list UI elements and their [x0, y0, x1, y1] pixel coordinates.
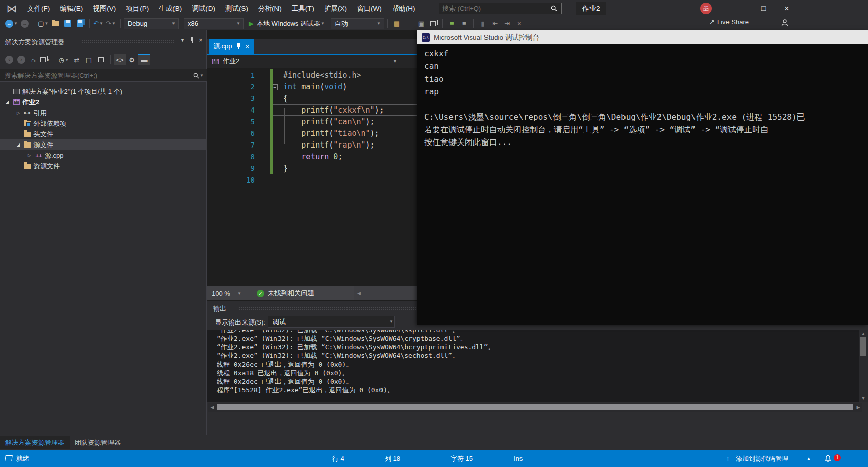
start-debugging-button[interactable]: ▶ 本地 Windows 调试器 ▼ — [249, 18, 326, 30]
underscore2-icon[interactable]: _ — [526, 18, 538, 29]
tree-item[interactable]: ◢作业2 — [0, 97, 207, 107]
quick-search-input[interactable] — [439, 5, 551, 12]
tree-item[interactable]: 外部依赖项 — [0, 118, 207, 129]
show-all-files-icon[interactable] — [95, 54, 107, 65]
show-tasks-icon[interactable]: ≡ — [458, 18, 470, 29]
scrollbar-thumb[interactable] — [860, 337, 866, 356]
quick-search-box[interactable] — [439, 3, 562, 14]
menu-item[interactable]: 项目(P) — [121, 0, 154, 17]
platform-dropdown[interactable]: x86▼ — [184, 18, 244, 29]
scroll-down-icon[interactable]: ▼ — [859, 396, 868, 401]
clear-bookmarks-icon[interactable]: × — [513, 18, 526, 29]
menu-item[interactable]: 文件(F) — [22, 0, 55, 17]
chevron-up-icon[interactable]: ▲ — [807, 450, 811, 467]
tree-item[interactable]: ▷■-■引用 — [0, 107, 207, 118]
forward-icon[interactable]: › — [15, 54, 27, 65]
status-insert-mode[interactable]: Ins — [514, 450, 523, 467]
close-panel-icon[interactable]: × — [199, 36, 203, 44]
open-file-icon[interactable] — [50, 18, 62, 29]
collapse-all-icon[interactable]: ▤ — [83, 54, 95, 65]
status-line[interactable]: 行 4 — [332, 450, 344, 467]
menu-item[interactable]: 工具(T) — [287, 0, 319, 17]
code-view-icon[interactable]: <> — [114, 54, 126, 65]
output-log[interactable]: “作业2.exe” (Win32): 已加载 “C:\Windows\SysWO… — [207, 330, 859, 402]
menu-item[interactable]: 分析(N) — [253, 0, 287, 17]
redo-icon[interactable]: ↷▼ — [105, 18, 117, 29]
solution-search-box[interactable]: ▼ — [0, 69, 207, 82]
tree-item[interactable]: ◢源文件 — [0, 139, 207, 150]
expander-icon[interactable]: ◢ — [14, 142, 22, 147]
back-icon[interactable]: ‹ — [3, 54, 15, 65]
tree-item[interactable]: 解决方案"作业2"(1 个项目/共 1 个) — [0, 86, 207, 97]
menu-item[interactable]: 窗口(W) — [352, 0, 387, 17]
tree-item[interactable]: 资源文件 — [0, 161, 207, 171]
maximize-button[interactable]: □ — [752, 0, 775, 17]
prev-bookmark-icon[interactable]: ⇤ — [489, 18, 501, 29]
output-source-dropdown[interactable]: 调试▼ — [268, 316, 395, 328]
output-vertical-scrollbar[interactable]: ▲ ▼ — [859, 330, 868, 402]
next-bookmark-icon[interactable]: ⇥ — [501, 18, 513, 29]
copy-stack-icon[interactable] — [427, 18, 439, 29]
live-share-button[interactable]: ↗ Live Share — [709, 18, 749, 26]
menu-item[interactable]: 扩展(X) — [319, 0, 352, 17]
tool-window-tab[interactable]: 团队资源管理器 — [70, 436, 126, 449]
menu-item[interactable]: 调试(D) — [187, 0, 220, 17]
new-file-icon[interactable]: ▢▼ — [38, 18, 50, 29]
switch-views-icon[interactable]: ▼ — [40, 54, 52, 65]
home-icon[interactable]: ⌂ — [27, 54, 40, 65]
save-all-icon[interactable] — [74, 18, 86, 29]
menu-item[interactable]: 帮助(H) — [387, 0, 421, 17]
close-tab-icon[interactable]: × — [246, 43, 250, 50]
account-avatar[interactable]: 墨 — [700, 3, 712, 14]
configuration-dropdown[interactable]: Debug▼ — [124, 18, 179, 29]
scroll-left-icon[interactable]: ◀ — [208, 405, 216, 410]
underscore-icon[interactable]: _ — [403, 18, 415, 29]
background-tasks-icon[interactable] — [5, 455, 13, 461]
menu-item[interactable]: 编辑(E) — [55, 0, 88, 17]
scrollbar-thumb[interactable] — [217, 404, 853, 410]
menu-item[interactable]: 生成(B) — [154, 0, 187, 17]
tool-window-tab[interactable]: 解决方案资源管理器 — [0, 436, 70, 449]
close-button[interactable]: × — [775, 0, 798, 17]
menu-item[interactable]: 视图(V) — [88, 0, 121, 17]
console-title-bar[interactable]: C:\ Microsoft Visual Studio 调试控制台 — [417, 30, 868, 44]
notifications-bell-icon[interactable] — [824, 455, 832, 462]
scroll-up-icon[interactable]: ▲ — [859, 331, 868, 336]
navigate-forward-icon[interactable]: → — [19, 18, 31, 29]
tree-item[interactable]: ▷++源.cpp — [0, 150, 207, 161]
show-threads-icon[interactable]: ≡ — [446, 18, 458, 29]
attach-to-process-icon[interactable]: ▤ — [391, 18, 403, 29]
chevron-down-icon[interactable]: ▼ — [393, 59, 397, 64]
output-horizontal-scrollbar[interactable]: ◀ ▶ — [208, 403, 862, 412]
save-icon[interactable] — [62, 18, 74, 29]
chevron-down-icon[interactable]: ▼ — [180, 38, 185, 43]
menu-item[interactable]: 测试(S) — [220, 0, 253, 17]
properties-icon[interactable]: ⚙ — [126, 54, 138, 65]
toggle-bookmark-icon[interactable]: ▮ — [477, 18, 489, 29]
add-to-source-control-button[interactable]: 添加到源代码管理 — [736, 450, 788, 467]
show-on-code-map-icon[interactable]: ▣ — [415, 18, 427, 29]
status-char[interactable]: 字符 15 — [450, 450, 473, 467]
document-tab[interactable]: 源.cpp × — [209, 39, 254, 54]
editor-zoom-dropdown[interactable]: 100 %▼ — [207, 286, 242, 300]
scroll-right-icon[interactable]: ▶ — [854, 405, 862, 410]
preview-selected-items-icon[interactable]: ▬ — [138, 54, 150, 65]
expander-icon[interactable]: ◢ — [3, 100, 11, 104]
minimize-button[interactable]: — — [724, 0, 747, 17]
document-health-indicator[interactable]: ✓ 未找到相关问题 — [257, 289, 314, 298]
navigate-back-icon[interactable]: ←▼ — [5, 18, 19, 29]
expander-icon[interactable]: ▷ — [14, 111, 22, 115]
undo-icon[interactable]: ↶▼ — [93, 18, 105, 29]
pin-icon[interactable] — [190, 37, 195, 44]
expander-icon[interactable]: ▷ — [25, 153, 33, 158]
solution-search-input[interactable] — [0, 71, 193, 79]
tree-item[interactable]: 头文件 — [0, 129, 207, 139]
auto-dropdown[interactable]: 自动▼ — [331, 18, 384, 29]
scroll-left-icon[interactable]: ◀ — [354, 291, 364, 296]
sync-with-active-document-icon[interactable]: ⇄ — [71, 54, 83, 65]
pending-changes-filter-icon[interactable]: ◷▼ — [58, 54, 71, 65]
status-column[interactable]: 列 18 — [385, 450, 400, 467]
navbar-project-dropdown[interactable]: 作业2 — [223, 57, 239, 66]
feedback-icon[interactable] — [781, 19, 788, 26]
console-output[interactable]: cxkxfcantiaorap C:\Users\浅墨\source\repos… — [417, 44, 868, 325]
